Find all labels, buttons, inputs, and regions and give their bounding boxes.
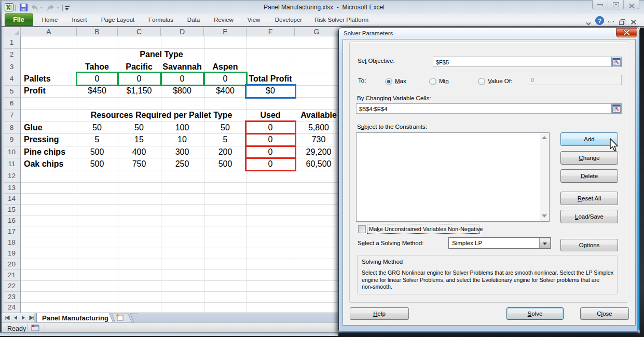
svg-text:?: ? xyxy=(598,18,601,24)
